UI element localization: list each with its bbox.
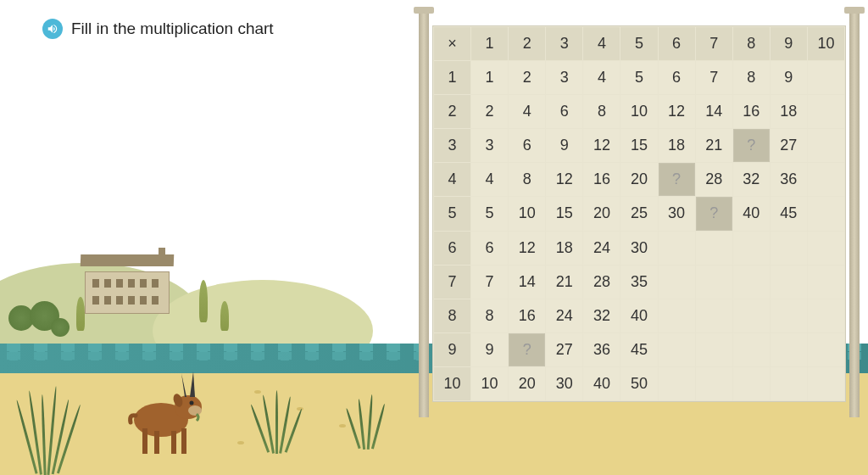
value-cell: 18 (546, 232, 582, 265)
row-header: 10 (434, 367, 470, 400)
value-cell: 30 (546, 367, 582, 400)
row-header: 9 (434, 333, 470, 366)
value-cell: 4 (583, 61, 620, 94)
empty-cell[interactable] (808, 129, 844, 162)
value-cell: 12 (659, 95, 695, 128)
value-cell: 36 (583, 333, 620, 366)
value-cell: 2 (471, 95, 508, 128)
value-cell: 24 (583, 232, 620, 265)
col-header: 3 (546, 27, 582, 60)
blank-cell[interactable]: ? (733, 129, 770, 162)
empty-cell[interactable] (808, 197, 844, 230)
value-cell: 27 (771, 129, 807, 162)
row-header: 8 (434, 299, 470, 332)
col-header: 7 (696, 27, 732, 60)
multiplication-grid: ×123456789101123456789224681012141618336… (432, 25, 846, 402)
value-cell: 28 (583, 265, 620, 299)
empty-cell[interactable] (771, 232, 807, 265)
goat-icon (119, 356, 220, 458)
empty-cell[interactable] (733, 232, 770, 265)
row-header: 4 (434, 163, 470, 196)
col-header: 5 (620, 27, 657, 60)
empty-cell[interactable] (808, 163, 844, 196)
row-header: 2 (434, 95, 470, 128)
svg-rect-4 (181, 428, 186, 454)
value-cell: 18 (771, 95, 807, 128)
empty-cell[interactable] (659, 232, 695, 265)
value-cell: 21 (546, 265, 582, 299)
col-header: 1 (471, 27, 508, 60)
value-cell: 32 (583, 299, 620, 332)
value-cell: 4 (509, 95, 545, 128)
value-cell: 10 (620, 95, 657, 128)
cypress-icon (76, 297, 85, 331)
empty-cell[interactable] (771, 299, 807, 332)
value-cell: 32 (733, 163, 770, 196)
value-cell: 14 (696, 95, 732, 128)
row-header: 5 (434, 197, 470, 230)
row-header: 3 (434, 129, 470, 162)
value-cell: 2 (509, 61, 545, 94)
value-cell: 35 (620, 265, 657, 299)
value-cell: 14 (509, 265, 545, 299)
grass-icon (17, 382, 102, 475)
blank-cell[interactable]: ? (696, 197, 732, 230)
svg-point-6 (188, 405, 202, 416)
col-header: 10 (808, 27, 844, 60)
value-cell: 45 (771, 197, 807, 230)
empty-cell[interactable] (808, 95, 844, 128)
empty-cell[interactable] (696, 232, 732, 265)
value-cell: 30 (659, 197, 695, 230)
audio-button[interactable] (42, 19, 63, 39)
value-cell: 8 (583, 95, 620, 128)
empty-cell[interactable] (696, 333, 732, 366)
empty-cell[interactable] (808, 299, 844, 332)
col-header: 2 (509, 27, 545, 60)
value-cell: 20 (509, 367, 545, 400)
blank-cell[interactable]: ? (659, 163, 695, 196)
empty-cell[interactable] (659, 367, 695, 400)
blank-cell[interactable]: ? (509, 333, 545, 366)
row-header: 7 (434, 265, 470, 299)
value-cell: 20 (583, 197, 620, 230)
grass-icon (254, 386, 322, 454)
value-cell: 27 (546, 333, 582, 366)
value-cell: 16 (509, 299, 545, 332)
value-cell: 30 (620, 232, 657, 265)
empty-cell[interactable] (696, 265, 732, 299)
value-cell: 28 (696, 163, 732, 196)
value-cell: 40 (733, 197, 770, 230)
empty-cell[interactable] (733, 367, 770, 400)
empty-cell[interactable] (808, 367, 844, 400)
value-cell: 25 (620, 197, 657, 230)
value-cell: 15 (620, 129, 657, 162)
empty-cell[interactable] (771, 367, 807, 400)
value-cell: 10 (509, 197, 545, 230)
col-header: 6 (659, 27, 695, 60)
empty-cell[interactable] (808, 333, 844, 366)
value-cell: 6 (659, 61, 695, 94)
empty-cell[interactable] (659, 299, 695, 332)
empty-cell[interactable] (733, 265, 770, 299)
empty-cell[interactable] (659, 333, 695, 366)
instruction-prompt: Fill in the multiplication chart (42, 19, 274, 39)
empty-cell[interactable] (771, 333, 807, 366)
empty-cell[interactable] (696, 367, 732, 400)
empty-cell[interactable] (808, 61, 844, 94)
empty-cell[interactable] (659, 265, 695, 299)
empty-cell[interactable] (808, 265, 844, 299)
value-cell: 12 (509, 232, 545, 265)
value-cell: 45 (620, 333, 657, 366)
value-cell: 8 (509, 163, 545, 196)
empty-cell[interactable] (808, 232, 844, 265)
empty-cell[interactable] (733, 299, 770, 332)
cypress-icon (220, 301, 229, 331)
value-cell: 40 (620, 299, 657, 332)
house-icon (85, 254, 178, 314)
value-cell: 6 (471, 232, 508, 265)
empty-cell[interactable] (696, 299, 732, 332)
empty-cell[interactable] (771, 265, 807, 299)
tree-icon (51, 318, 70, 337)
empty-cell[interactable] (733, 333, 770, 366)
board-post (849, 10, 860, 417)
